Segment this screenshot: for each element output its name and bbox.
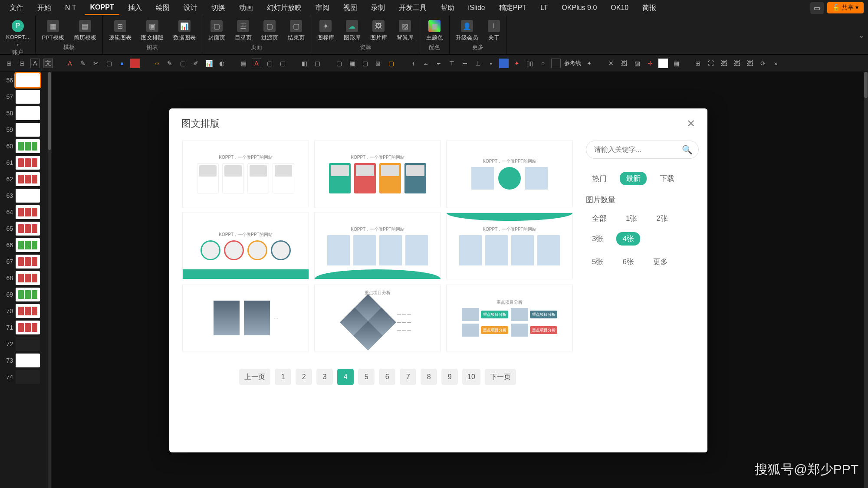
count-4[interactable]: 4张 xyxy=(616,232,640,246)
shape-library-button[interactable]: ☁图形库 xyxy=(341,19,363,43)
tool-icon[interactable]: ▤ xyxy=(239,59,248,68)
tool-icon[interactable]: ✕ xyxy=(606,59,616,68)
search-icon[interactable]: 🔍 xyxy=(682,144,693,155)
template-item[interactable]: KOPPT，一个做PPT的网站 xyxy=(314,141,441,207)
logic-chart-button[interactable]: ⊞逻辑图表 xyxy=(106,19,134,43)
slide-thumbnail-65[interactable]: 65 xyxy=(0,220,52,237)
sort-hot[interactable]: 热门 xyxy=(586,172,613,185)
menu-draw[interactable]: 绘图 xyxy=(151,1,175,15)
pager-page-5[interactable]: 5 xyxy=(358,369,375,385)
present-button[interactable]: ▭ xyxy=(810,2,824,14)
slide-thumbnail-73[interactable]: 73 xyxy=(0,352,52,369)
menu-home[interactable]: 开始 xyxy=(32,1,56,15)
dialog-close-button[interactable]: ✕ xyxy=(687,118,695,130)
image-tool-icon[interactable]: 🖼 xyxy=(732,59,742,68)
tool-icon[interactable]: ✦ xyxy=(512,59,522,68)
pager-page-8[interactable]: 8 xyxy=(421,369,437,385)
sort-new[interactable]: 最新 xyxy=(620,172,647,185)
count-3[interactable]: 3张 xyxy=(586,232,609,246)
share-button[interactable]: 🔓 共享 ▾ xyxy=(827,2,864,13)
tool-icon[interactable]: ◐ xyxy=(217,59,227,68)
menu-lt[interactable]: LT xyxy=(535,1,553,14)
text-box-dark-icon[interactable]: 文 xyxy=(43,59,53,68)
align-top-icon[interactable]: ⊤ xyxy=(447,59,457,68)
menu-animations[interactable]: 动画 xyxy=(234,1,258,15)
pager-page-4[interactable]: 4 xyxy=(337,369,354,385)
menu-file[interactable]: 文件 xyxy=(4,1,29,15)
template-item[interactable]: ··· xyxy=(182,285,309,351)
slide-thumbnail-62[interactable]: 62 xyxy=(0,171,52,187)
menu-transitions[interactable]: 切换 xyxy=(206,1,230,15)
tool-icon[interactable]: ▢ xyxy=(278,59,287,68)
canvas-scrollbar[interactable] xyxy=(864,72,868,488)
fill-color-icon[interactable] xyxy=(130,59,140,68)
count-5[interactable]: 5张 xyxy=(586,255,609,269)
tool-icon[interactable]: ▦ xyxy=(671,59,681,68)
slide-thumbnail-57[interactable]: 57 xyxy=(0,88,52,105)
tool-icon[interactable]: ⊞ xyxy=(693,59,703,68)
close-tool-icon[interactable]: ⊠ xyxy=(373,59,383,68)
menu-design[interactable]: 设计 xyxy=(178,1,203,15)
slide-thumbnail-72[interactable]: 72 xyxy=(0,336,52,352)
align-bottom-icon[interactable]: ⊥ xyxy=(473,59,483,68)
align-right-icon[interactable]: ⫟ xyxy=(434,59,444,68)
image-tool-icon[interactable]: 🖼 xyxy=(719,59,729,68)
tool-icon[interactable]: ▦ xyxy=(347,59,357,68)
pen-icon[interactable]: ✎ xyxy=(165,59,174,68)
pager-page-9[interactable]: 9 xyxy=(441,369,458,385)
tool-icon[interactable]: ▢ xyxy=(312,59,322,68)
tool-icon[interactable]: ⊟ xyxy=(17,59,27,68)
image-tool-icon[interactable]: 🖼 xyxy=(745,59,755,68)
ribbon-collapse-button[interactable]: ⌄ xyxy=(855,27,868,43)
ppt-templates-button[interactable]: ▦PPT模板 xyxy=(39,19,66,43)
toc-page-button[interactable]: ☰目录页 xyxy=(232,19,254,43)
cover-page-button[interactable]: ▢封面页 xyxy=(206,19,228,43)
menu-koppt[interactable]: KOPPT xyxy=(85,1,119,15)
align-left-icon[interactable]: ⫞ xyxy=(408,59,418,68)
koppt-account-button[interactable]: PKOPPT...▾ xyxy=(3,19,32,48)
refresh-icon[interactable]: ⟳ xyxy=(758,59,768,68)
menu-brief[interactable]: 简报 xyxy=(637,1,661,15)
template-item[interactable]: KOPPT，一个做PPT的网站 xyxy=(446,141,573,207)
template-item[interactable]: KOPPT，一个做PPT的网站 xyxy=(182,213,309,279)
slide-thumbnail-64[interactable]: 64 xyxy=(0,204,52,220)
shape-icon[interactable]: ● xyxy=(117,59,127,68)
tool-icon[interactable]: ✛ xyxy=(645,59,655,68)
menu-okplus9[interactable]: OKPlus 9.0 xyxy=(556,1,602,14)
pager-page-3[interactable]: 3 xyxy=(316,369,333,385)
slide-thumbnail-61[interactable]: 61 xyxy=(0,154,52,171)
slide-thumbnail-74[interactable]: 74 xyxy=(0,369,52,385)
data-chart-button[interactable]: 📊数据图表 xyxy=(171,19,198,43)
pager-page-2[interactable]: 2 xyxy=(296,369,312,385)
menu-islide[interactable]: iSlide xyxy=(463,1,490,14)
tool-icon[interactable]: ▨ xyxy=(632,59,642,68)
pager-next-button[interactable]: 下一页 xyxy=(485,369,516,385)
slide-thumbnail-58[interactable]: 58 xyxy=(0,105,52,121)
count-all[interactable]: 全部 xyxy=(586,212,613,225)
transition-page-button[interactable]: ▢过渡页 xyxy=(259,19,281,43)
template-item[interactable]: 重点项目分析重点项目分析重点项目分析重点项目分析重点项目分析 xyxy=(446,285,573,351)
count-1[interactable]: 1张 xyxy=(620,212,643,225)
theme-color-button[interactable]: ▦主题色 xyxy=(424,19,446,43)
chart-icon[interactable]: 📊 xyxy=(204,59,214,68)
menu-slideshow[interactable]: 幻灯片放映 xyxy=(262,1,307,15)
tool-icon[interactable]: ○ xyxy=(538,59,548,68)
menu-review[interactable]: 审阅 xyxy=(310,1,335,15)
eyedropper-icon[interactable]: ✎ xyxy=(78,59,88,68)
background-library-button[interactable]: ▨背景库 xyxy=(394,19,416,43)
image-layout-button[interactable]: ▣图文排版 xyxy=(138,19,166,43)
guides-checkbox[interactable] xyxy=(551,59,561,68)
text-box-icon[interactable]: A xyxy=(30,59,40,68)
tool-icon[interactable]: ⊞ xyxy=(4,59,14,68)
menu-view[interactable]: 视图 xyxy=(338,1,362,15)
pager-page-10[interactable]: 10 xyxy=(462,369,480,385)
about-button[interactable]: i关于 xyxy=(485,19,503,43)
upgrade-button[interactable]: 👤升级会员 xyxy=(453,19,481,43)
tool-icon[interactable]: ▢ xyxy=(360,59,370,68)
tool-icon[interactable]: ▢ xyxy=(265,59,274,68)
slide-thumbnail-69[interactable]: 69 xyxy=(0,286,52,303)
end-page-button[interactable]: ▢结束页 xyxy=(285,19,307,43)
tool-icon[interactable]: ▢ xyxy=(104,59,114,68)
slide-thumbnail-66[interactable]: 66 xyxy=(0,237,52,253)
highlight-icon[interactable]: ▱ xyxy=(152,59,161,68)
